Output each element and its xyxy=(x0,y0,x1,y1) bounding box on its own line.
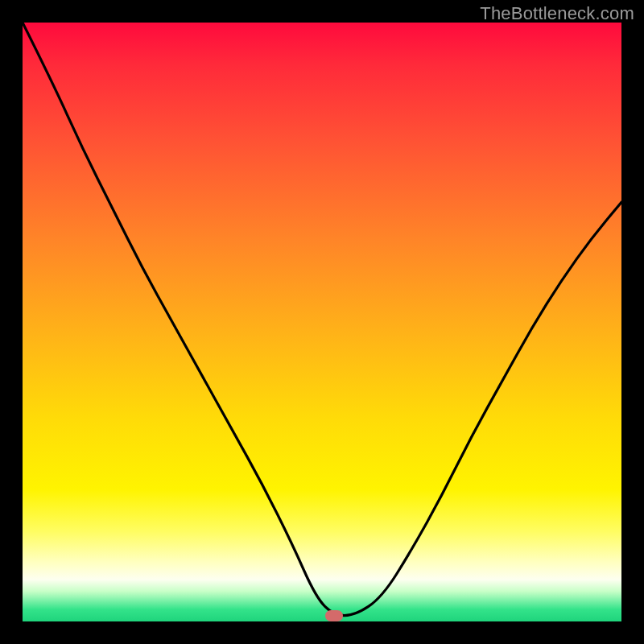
plot-area xyxy=(23,23,621,621)
optimal-marker xyxy=(325,610,343,621)
bottleneck-curve xyxy=(23,23,621,621)
chart-frame: TheBottleneck.com xyxy=(0,0,644,644)
watermark-text: TheBottleneck.com xyxy=(480,3,634,24)
